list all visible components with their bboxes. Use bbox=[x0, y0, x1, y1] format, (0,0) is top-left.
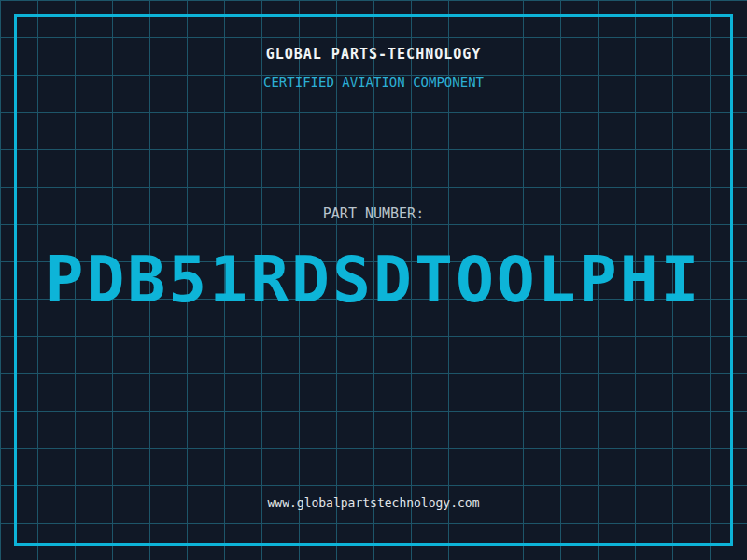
part-number-label: PART NUMBER: bbox=[0, 205, 747, 222]
website-url: www.globalpartstechnology.com bbox=[0, 496, 747, 510]
blueprint-card: GLOBAL PARTS-TECHNOLOGY CERTIFIED AVIATI… bbox=[0, 0, 747, 560]
company-name: GLOBAL PARTS-TECHNOLOGY bbox=[0, 46, 747, 63]
part-number-value: PDB51RDSDTOOLPHI bbox=[0, 243, 747, 317]
certification-subtitle: CERTIFIED AVIATION COMPONENT bbox=[0, 75, 747, 90]
